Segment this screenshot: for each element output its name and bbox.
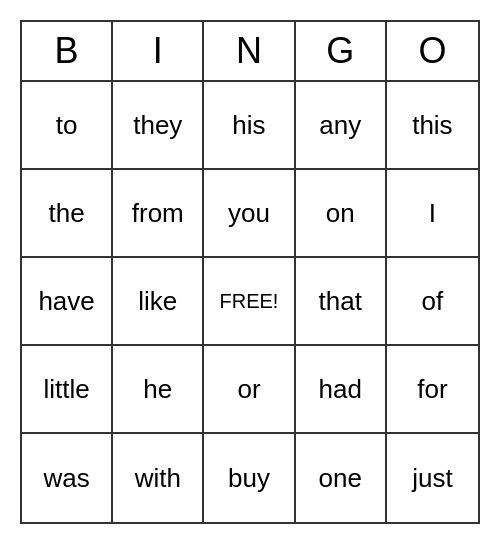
cell-3[interactable]: any <box>296 82 387 170</box>
cell-1[interactable]: they <box>113 82 204 170</box>
cell-6[interactable]: from <box>113 170 204 258</box>
bingo-header: B I N G O <box>22 22 478 82</box>
cell-2[interactable]: his <box>204 82 295 170</box>
cell-11[interactable]: like <box>113 258 204 346</box>
cell-8[interactable]: on <box>296 170 387 258</box>
header-n: N <box>204 22 295 80</box>
cell-4[interactable]: this <box>387 82 478 170</box>
cell-0[interactable]: to <box>22 82 113 170</box>
cell-18[interactable]: had <box>296 346 387 434</box>
cell-10[interactable]: have <box>22 258 113 346</box>
header-b: B <box>22 22 113 80</box>
cell-5[interactable]: the <box>22 170 113 258</box>
bingo-card: B I N G O to they his any this the from … <box>20 20 480 524</box>
cell-17[interactable]: or <box>204 346 295 434</box>
cell-15[interactable]: little <box>22 346 113 434</box>
cell-22[interactable]: buy <box>204 434 295 522</box>
cell-16[interactable]: he <box>113 346 204 434</box>
cell-7[interactable]: you <box>204 170 295 258</box>
cell-20[interactable]: was <box>22 434 113 522</box>
cell-19[interactable]: for <box>387 346 478 434</box>
cell-21[interactable]: with <box>113 434 204 522</box>
header-o: O <box>387 22 478 80</box>
header-i: I <box>113 22 204 80</box>
cell-14[interactable]: of <box>387 258 478 346</box>
cell-23[interactable]: one <box>296 434 387 522</box>
cell-9[interactable]: I <box>387 170 478 258</box>
header-g: G <box>296 22 387 80</box>
cell-24[interactable]: just <box>387 434 478 522</box>
cell-free[interactable]: FREE! <box>204 258 295 346</box>
bingo-grid: to they his any this the from you on I h… <box>22 82 478 522</box>
cell-13[interactable]: that <box>296 258 387 346</box>
